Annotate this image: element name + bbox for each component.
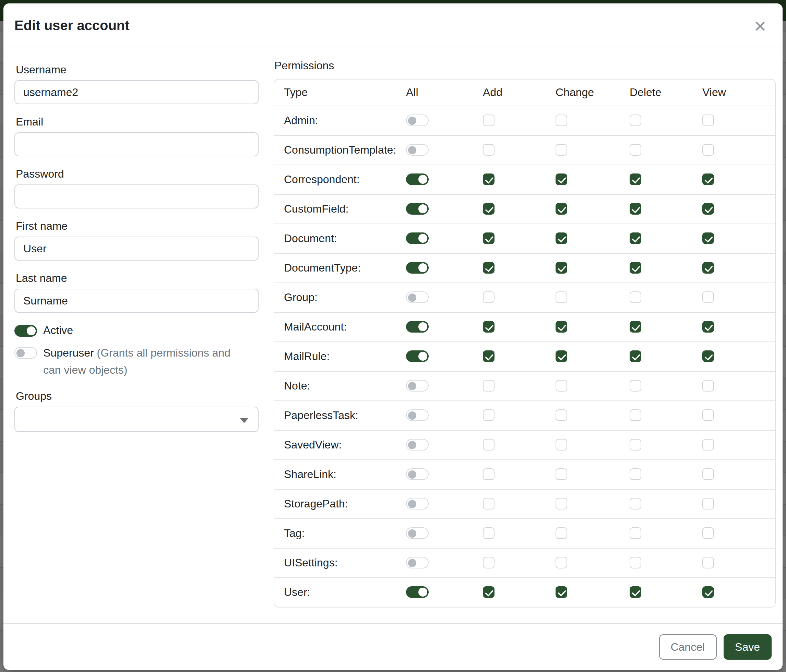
view-checkbox[interactable] — [702, 115, 714, 126]
delete-checkbox[interactable] — [630, 144, 641, 155]
add-checkbox[interactable] — [483, 291, 495, 303]
add-checkbox[interactable] — [483, 409, 495, 421]
change-checkbox[interactable] — [556, 527, 567, 539]
change-checkbox[interactable] — [556, 439, 567, 451]
change-checkbox[interactable] — [556, 232, 567, 244]
add-checkbox[interactable] — [483, 350, 495, 362]
delete-checkbox[interactable] — [630, 498, 641, 509]
view-checkbox[interactable] — [702, 262, 714, 273]
modal-body: Username Email Password First name Last … — [3, 47, 783, 623]
delete-checkbox[interactable] — [630, 409, 641, 421]
change-checkbox[interactable] — [556, 498, 567, 509]
change-checkbox[interactable] — [556, 380, 567, 391]
add-checkbox[interactable] — [483, 115, 495, 126]
change-checkbox[interactable] — [556, 115, 567, 126]
column-header-change: Change — [547, 80, 621, 105]
change-checkbox[interactable] — [556, 173, 567, 185]
add-checkbox[interactable] — [483, 203, 495, 215]
change-checkbox[interactable] — [556, 144, 567, 155]
groups-select[interactable] — [14, 406, 259, 432]
active-toggle[interactable] — [14, 325, 37, 336]
view-checkbox[interactable] — [702, 291, 714, 303]
add-checkbox[interactable] — [483, 498, 495, 509]
change-checkbox[interactable] — [556, 291, 567, 303]
close-button[interactable]: × — [750, 19, 770, 34]
permission-type-label: StoragePath: — [274, 489, 398, 518]
view-checkbox[interactable] — [702, 527, 714, 539]
change-checkbox[interactable] — [556, 203, 567, 215]
change-checkbox[interactable] — [556, 321, 567, 333]
change-checkbox[interactable] — [556, 409, 567, 421]
change-checkbox[interactable] — [556, 468, 567, 480]
view-checkbox[interactable] — [702, 587, 714, 598]
delete-checkbox[interactable] — [630, 350, 641, 362]
view-checkbox[interactable] — [702, 498, 714, 509]
all-toggle[interactable] — [406, 291, 429, 303]
view-checkbox[interactable] — [702, 557, 714, 568]
all-toggle[interactable] — [406, 262, 429, 273]
delete-checkbox[interactable] — [630, 468, 641, 480]
all-toggle[interactable] — [406, 468, 429, 480]
delete-checkbox[interactable] — [630, 587, 641, 598]
add-checkbox[interactable] — [483, 232, 495, 244]
change-checkbox[interactable] — [556, 587, 567, 598]
delete-checkbox[interactable] — [630, 527, 641, 539]
all-toggle[interactable] — [406, 527, 429, 539]
delete-checkbox[interactable] — [630, 557, 641, 568]
add-checkbox[interactable] — [483, 587, 495, 598]
add-checkbox[interactable] — [483, 468, 495, 480]
change-checkbox[interactable] — [556, 350, 567, 362]
view-checkbox[interactable] — [702, 380, 714, 391]
add-checkbox[interactable] — [483, 527, 495, 539]
view-checkbox[interactable] — [702, 409, 714, 421]
all-toggle[interactable] — [406, 587, 429, 598]
add-checkbox[interactable] — [483, 144, 495, 155]
delete-checkbox[interactable] — [630, 203, 641, 215]
first-name-input[interactable] — [14, 237, 259, 261]
all-toggle[interactable] — [406, 115, 429, 126]
add-checkbox[interactable] — [483, 173, 495, 185]
all-toggle[interactable] — [406, 321, 429, 333]
all-toggle[interactable] — [406, 203, 429, 215]
all-toggle[interactable] — [406, 409, 429, 421]
view-checkbox[interactable] — [702, 203, 714, 215]
add-checkbox[interactable] — [483, 380, 495, 391]
delete-checkbox[interactable] — [630, 291, 641, 303]
all-toggle[interactable] — [406, 439, 429, 451]
add-checkbox[interactable] — [483, 557, 495, 568]
all-toggle[interactable] — [406, 498, 429, 509]
delete-checkbox[interactable] — [630, 439, 641, 451]
view-checkbox[interactable] — [702, 144, 714, 155]
change-checkbox[interactable] — [556, 262, 567, 273]
add-checkbox[interactable] — [483, 321, 495, 333]
all-toggle[interactable] — [406, 232, 429, 244]
all-toggle[interactable] — [406, 144, 429, 155]
all-toggle[interactable] — [406, 557, 429, 568]
password-input[interactable] — [14, 184, 259, 209]
save-button[interactable]: Save — [723, 634, 772, 659]
view-checkbox[interactable] — [702, 468, 714, 480]
delete-checkbox[interactable] — [630, 380, 641, 391]
view-checkbox[interactable] — [702, 173, 714, 185]
view-checkbox[interactable] — [702, 439, 714, 451]
all-toggle[interactable] — [406, 173, 429, 185]
delete-checkbox[interactable] — [630, 115, 641, 126]
username-input[interactable] — [14, 80, 259, 104]
delete-checkbox[interactable] — [630, 262, 641, 273]
all-toggle[interactable] — [406, 380, 429, 391]
view-checkbox[interactable] — [702, 321, 714, 333]
delete-checkbox[interactable] — [630, 232, 641, 244]
delete-checkbox[interactable] — [630, 321, 641, 333]
add-checkbox[interactable] — [483, 439, 495, 451]
all-toggle[interactable] — [406, 350, 429, 362]
superuser-toggle[interactable] — [14, 347, 37, 359]
email-input[interactable] — [14, 132, 259, 156]
last-name-input[interactable] — [14, 289, 259, 313]
change-checkbox[interactable] — [556, 557, 567, 568]
cancel-button[interactable]: Cancel — [659, 634, 716, 659]
delete-checkbox[interactable] — [630, 173, 641, 185]
view-checkbox[interactable] — [702, 232, 714, 244]
add-checkbox[interactable] — [483, 262, 495, 273]
view-checkbox[interactable] — [702, 350, 714, 362]
permission-type-label: MailRule: — [274, 341, 398, 371]
